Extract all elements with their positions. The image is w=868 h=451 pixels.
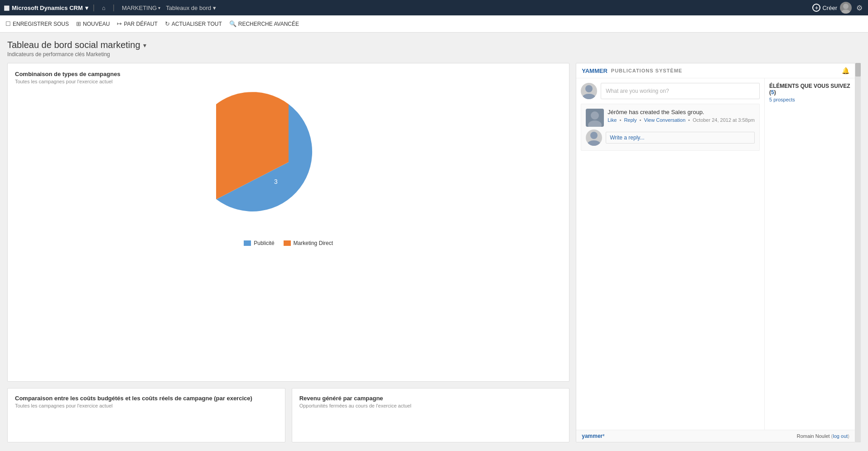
- sender-name: Jérôme: [608, 109, 627, 115]
- default-label: PAR DÉFAUT: [124, 21, 157, 27]
- legend-label-publicite: Publicité: [254, 240, 274, 246]
- footer-user-name: Romain Noulet: [797, 433, 830, 439]
- pie-chart-subtitle: Toutes les campagnes pour l'exercice act…: [15, 79, 562, 84]
- new-button[interactable]: ⊞ NOUVEAU: [76, 20, 110, 27]
- reply-input-field[interactable]: Write a reply...: [606, 132, 755, 144]
- vertical-scrollbar[interactable]: [855, 63, 861, 442]
- toolbar: ☐ ENREGISTRER SOUS ⊞ NOUVEAU ↦ PAR DÉFAU…: [0, 15, 868, 33]
- yammer-sidebar-title: ÉLÉMENTS QUE VOUS SUIVEZ (5): [769, 83, 850, 96]
- refresh-label: ACTUALISER TOUT: [172, 21, 222, 27]
- reply-placeholder: Write a reply...: [610, 134, 644, 141]
- logout-link[interactable]: log out: [833, 433, 848, 439]
- bottom-cards-row: Comparaison entre les coûts budgétés et …: [7, 388, 569, 442]
- svg-point-5: [591, 111, 599, 120]
- yammer-body: What are you working on?: [576, 78, 855, 430]
- message-actions: Like • Reply • View Conversation • Octob…: [608, 117, 755, 123]
- budget-card-title: Comparaison entre les coûts budgétés et …: [15, 395, 278, 402]
- post-action2: group.: [688, 109, 704, 115]
- brand-chevron: ▾: [85, 5, 88, 11]
- view-conversation-link[interactable]: View Conversation: [644, 117, 686, 123]
- legend-color-marketing-direct: [284, 240, 291, 246]
- reply-avatar: [586, 130, 602, 146]
- sidebar-count-link[interactable]: 5: [771, 89, 774, 96]
- dot-3: •: [688, 117, 690, 123]
- nav-separator-1: |: [93, 4, 95, 12]
- search-icon: 🔍: [229, 20, 236, 27]
- footer-paren-close: ): [848, 433, 849, 439]
- home-button[interactable]: ⌂: [99, 0, 108, 15]
- post-input-row: What are you working on?: [581, 83, 760, 99]
- svg-point-1: [841, 10, 850, 14]
- settings-icon[interactable]: ⚙: [854, 4, 864, 12]
- post-input-field[interactable]: What are you working on?: [601, 83, 760, 99]
- legend-item-publicite: Publicité: [244, 240, 274, 246]
- budget-card-subtitle: Toutes les campagnes pour l'exercice act…: [15, 403, 278, 408]
- like-link[interactable]: Like: [608, 117, 617, 123]
- yammer-sidebar-subtitle[interactable]: 5 prospects: [769, 97, 850, 102]
- refresh-button[interactable]: ↻ ACTUALISER TOUT: [165, 20, 222, 27]
- current-user-avatar: [581, 83, 597, 99]
- sales-group-link[interactable]: Sales: [671, 109, 686, 115]
- save-label: ENREGISTRER SOUS: [13, 21, 69, 27]
- dot-2: •: [640, 117, 641, 123]
- reply-link[interactable]: Reply: [624, 117, 637, 123]
- yammer-footer-brand: yammer²: [582, 433, 604, 439]
- chart-legend: Publicité Marketing Direct: [244, 240, 333, 246]
- budget-comparison-card: Comparaison entre les coûts budgétés et …: [7, 388, 285, 442]
- default-button[interactable]: ↦ PAR DÉFAUT: [117, 20, 157, 27]
- main-area: Tableau de bord social marketing ▾ Indic…: [0, 33, 868, 451]
- sidebar-title-prefix: ÉLÉMENTS QUE VOUS SUIVEZ (: [769, 83, 850, 96]
- dot-1: •: [619, 117, 621, 123]
- breadcrumb-chevron: ▾: [213, 5, 216, 11]
- notification-icon[interactable]: 🔔: [842, 67, 849, 74]
- nav-separator-2: |: [113, 4, 115, 12]
- breadcrumb: Tableaux de bord ▾: [166, 5, 216, 11]
- page-title-dropdown[interactable]: ▾: [143, 42, 146, 49]
- refresh-icon: ↻: [165, 20, 170, 27]
- yammer-footer: yammer² Romain Noulet ( log out ): [576, 430, 855, 442]
- right-section: YAMMER PUBLICATIONS SYSTÈME 🔔: [576, 63, 861, 442]
- left-column: Combinaison de types de campagnes Toutes…: [7, 63, 569, 442]
- revenue-card-subtitle: Opportunités fermées au cours de l'exerc…: [299, 403, 562, 408]
- pie-chart-card: Combinaison de types de campagnes Toutes…: [7, 63, 569, 382]
- post-placeholder: What are you working on?: [606, 88, 669, 94]
- yammer-feed: What are you working on?: [576, 78, 764, 430]
- footer-separator: (: [830, 433, 833, 439]
- svg-point-2: [585, 85, 593, 92]
- advanced-search-button[interactable]: 🔍 RECHERCHE AVANCÉE: [229, 20, 299, 27]
- marketing-chevron: ▾: [158, 5, 160, 10]
- revenue-campaign-card: Revenu généré par campagne Opportunités …: [292, 388, 570, 442]
- yammer-brand-label: YAMMER: [582, 67, 608, 74]
- page-title: Tableau de bord social marketing ▾: [7, 40, 861, 50]
- save-icon: ☐: [5, 20, 11, 27]
- ms-icon: ▦: [4, 4, 10, 11]
- post-action: has created the: [629, 109, 671, 115]
- pie-chart-title: Combinaison de types de campagnes: [15, 71, 562, 77]
- new-icon: ⊞: [76, 20, 81, 27]
- create-button[interactable]: + Créer: [812, 4, 837, 12]
- page-subtitle: Indicateurs de performance clés Marketin…: [7, 51, 861, 58]
- home-icon: ⌂: [102, 5, 106, 11]
- page-title-text: Tableau de bord social marketing: [7, 40, 140, 50]
- svg-point-7: [590, 132, 598, 139]
- yammer-card: YAMMER PUBLICATIONS SYSTÈME 🔔: [576, 63, 855, 442]
- message-header: Jérôme has created the Sales group. Like…: [586, 109, 755, 127]
- content-grid: Combinaison de types de campagnes Toutes…: [7, 63, 861, 442]
- pie-label-3: 3: [274, 178, 278, 185]
- legend-item-marketing-direct: Marketing Direct: [284, 240, 333, 246]
- post-timestamp: October 24, 2012 at 3:58pm: [693, 117, 755, 123]
- breadcrumb-text: Tableaux de bord: [166, 5, 211, 11]
- legend-label-marketing-direct: Marketing Direct: [294, 240, 333, 246]
- brand-name: Microsoft Dynamics CRM: [12, 5, 83, 11]
- create-label: Créer: [822, 5, 837, 11]
- pie-chart-svg: 3 2: [216, 90, 361, 235]
- brand-logo[interactable]: ▦ Microsoft Dynamics CRM ▾: [4, 4, 88, 11]
- svg-point-8: [588, 140, 600, 146]
- marketing-label: MARKETING: [122, 5, 157, 11]
- jerome-avatar: [586, 109, 604, 127]
- save-button[interactable]: ☐ ENREGISTRER SOUS: [5, 20, 69, 27]
- marketing-nav[interactable]: MARKETING ▾: [119, 0, 163, 15]
- scrollbar-thumb[interactable]: [855, 63, 861, 77]
- yammer-pubsys-label: PUBLICATIONS SYSTÈME: [611, 68, 682, 73]
- user-avatar[interactable]: [840, 2, 852, 14]
